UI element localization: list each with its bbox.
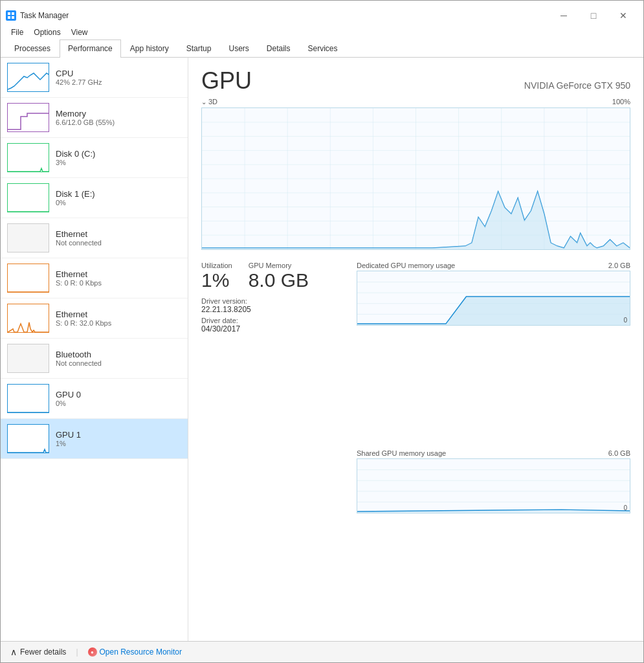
memory-name: Memory	[56, 109, 181, 118]
shared-max: 6.0 GB	[608, 449, 630, 457]
cpu-info: CPU 42% 2.77 GHz	[56, 69, 181, 86]
driver-date-value: 04/30/2017	[201, 324, 357, 333]
small-charts: Dedicated GPU memory usage 2.0 GB	[357, 262, 630, 631]
bluetooth-value: Not connected	[56, 359, 181, 367]
options-menu[interactable]: Options	[28, 27, 65, 38]
driver-info: Driver version: 22.21.13.8205 Driver dat…	[201, 297, 357, 333]
svg-rect-2	[8, 16, 10, 19]
shared-chart-container: Shared GPU memory usage 6.0 GB	[357, 449, 630, 632]
gpu0-info: GPU 0 0%	[56, 390, 181, 407]
sidebar-item-ethernet3[interactable]: Ethernet S: 0 R: 32.0 Kbps	[1, 298, 188, 339]
gpu1-chart-thumbnail	[7, 424, 49, 453]
task-manager-window: Task Manager ─ □ ✕ File Options View Pro…	[0, 0, 644, 663]
svg-rect-0	[8, 12, 10, 15]
footer: ∧ Fewer details | ● Open Resource Monito…	[1, 641, 643, 662]
view-menu[interactable]: View	[66, 27, 93, 38]
app-icon	[6, 10, 16, 21]
ethernet2-value: S: 0 R: 0 Kbps	[56, 279, 181, 287]
cpu-name: CPU	[56, 69, 181, 78]
disk1-name: Disk 1 (E:)	[56, 189, 181, 199]
tab-services[interactable]: Services	[300, 39, 346, 57]
sidebar-item-gpu0[interactable]: GPU 0 0%	[1, 379, 188, 419]
tab-processes[interactable]: Processes	[6, 39, 59, 57]
tab-app-history[interactable]: App history	[122, 39, 177, 57]
utilization-label: Utilization	[201, 262, 232, 269]
ethernet1-name: Ethernet	[56, 229, 181, 239]
sidebar-item-disk0[interactable]: Disk 0 (C:) 3%	[1, 138, 188, 178]
title-left: Task Manager	[6, 10, 69, 21]
close-button[interactable]: ✕	[608, 6, 638, 25]
ethernet2-chart-thumbnail	[7, 264, 49, 293]
ethernet2-info: Ethernet S: 0 R: 0 Kbps	[56, 269, 181, 287]
sidebar-item-ethernet2[interactable]: Ethernet S: 0 R: 0 Kbps	[1, 258, 188, 298]
minimize-button[interactable]: ─	[549, 6, 579, 25]
driver-date-label: Driver date:	[201, 317, 357, 324]
dedicated-label: Dedicated GPU memory usage	[357, 262, 455, 269]
gpu1-info: GPU 1 1%	[56, 430, 181, 447]
resource-monitor-icon: ●	[88, 647, 97, 657]
bluetooth-chart-thumbnail	[7, 344, 49, 373]
driver-version-value: 22.21.13.8205	[201, 305, 357, 314]
section-label: ⌄ 3D	[201, 98, 217, 106]
disk1-chart-thumbnail	[7, 183, 49, 212]
ethernet1-info: Ethernet Not connected	[56, 229, 181, 247]
ethernet3-value: S: 0 R: 32.0 Kbps	[56, 319, 181, 327]
ethernet3-chart-thumbnail	[7, 304, 49, 333]
stats-row: Utilization 1% GPU Memory 8.0 GB Driver …	[201, 262, 630, 631]
main-panel: GPU NVIDIA GeForce GTX 950 ⌄ 3D 100%	[188, 58, 643, 641]
tab-users[interactable]: Users	[220, 39, 257, 57]
gpu1-name: GPU 1	[56, 430, 181, 440]
left-stats: Utilization 1% GPU Memory 8.0 GB Driver …	[201, 262, 357, 631]
sidebar-item-memory[interactable]: Memory 6.6/12.0 GB (55%)	[1, 98, 188, 138]
tab-details[interactable]: Details	[258, 39, 299, 57]
maximize-button[interactable]: □	[579, 6, 608, 25]
ethernet1-chart-thumbnail	[7, 223, 49, 253]
tab-bar: Processes Performance App history Startu…	[1, 39, 643, 58]
window-title: Task Manager	[20, 11, 69, 20]
disk0-chart-thumbnail	[7, 143, 49, 172]
gpu0-value: 0%	[56, 399, 181, 407]
sidebar: CPU 42% 2.77 GHz Memory 6.6/12.0 GB (55%…	[1, 58, 188, 641]
disk1-value: 0%	[56, 199, 181, 207]
gpu-memory-value: 8.0 GB	[249, 269, 309, 291]
ethernet3-name: Ethernet	[56, 309, 181, 319]
cpu-chart-thumbnail	[7, 63, 49, 92]
driver-version-label: Driver version:	[201, 297, 357, 305]
sidebar-item-disk1[interactable]: Disk 1 (E:) 0%	[1, 178, 188, 218]
tab-performance[interactable]: Performance	[60, 39, 121, 58]
sidebar-item-bluetooth[interactable]: Bluetooth Not connected	[1, 339, 188, 379]
memory-info: Memory 6.6/12.0 GB (55%)	[56, 109, 181, 126]
gpu-header: GPU NVIDIA GeForce GTX 950	[201, 67, 630, 95]
open-resource-monitor-link[interactable]: ● Open Resource Monitor	[88, 647, 182, 657]
dedicated-chart-container: Dedicated GPU memory usage 2.0 GB	[357, 262, 630, 444]
file-menu[interactable]: File	[6, 27, 28, 38]
memory-value: 6.6/12.0 GB (55%)	[56, 118, 181, 126]
disk0-value: 3%	[56, 159, 181, 166]
sidebar-item-cpu[interactable]: CPU 42% 2.77 GHz	[1, 58, 188, 98]
shared-gpu-chart: 0	[357, 458, 630, 513]
content-area: CPU 42% 2.77 GHz Memory 6.6/12.0 GB (55%…	[1, 58, 643, 641]
chevron-up-icon: ∧	[10, 647, 17, 657]
disk0-info: Disk 0 (C:) 3%	[56, 149, 181, 166]
sidebar-item-gpu1[interactable]: GPU 1 1%	[1, 419, 188, 459]
gpu-title: GPU	[201, 67, 252, 95]
svg-rect-3	[12, 16, 14, 19]
tab-startup[interactable]: Startup	[178, 39, 220, 57]
utilization-block: Utilization 1%	[201, 262, 232, 291]
sidebar-item-ethernet1[interactable]: Ethernet Not connected	[1, 218, 188, 258]
gpu-model: NVIDIA GeForce GTX 950	[524, 80, 630, 95]
shared-label: Shared GPU memory usage	[357, 449, 446, 457]
disk1-info: Disk 1 (E:) 0%	[56, 189, 181, 207]
gpu-memory-label: GPU Memory	[249, 262, 309, 269]
dedicated-gpu-chart: 0	[357, 271, 630, 326]
fewer-details-button[interactable]: ∧ Fewer details	[10, 647, 66, 657]
menu-bar: File Options View	[1, 25, 643, 39]
ethernet1-value: Not connected	[56, 239, 181, 247]
gpu0-chart-thumbnail	[7, 384, 49, 413]
window-controls: ─ □ ✕	[549, 6, 638, 25]
svg-marker-27	[357, 297, 630, 325]
gpu-memory-block: GPU Memory 8.0 GB	[249, 262, 309, 291]
gpu1-value: 1%	[56, 440, 181, 447]
title-bar: Task Manager ─ □ ✕	[1, 1, 643, 25]
chart-max-label: 100%	[612, 98, 630, 106]
